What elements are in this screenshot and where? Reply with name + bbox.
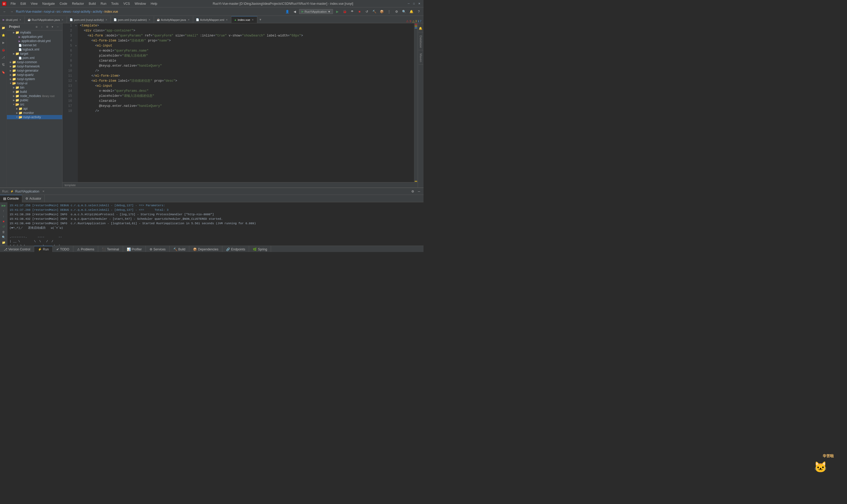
clear-console-button[interactable]: 🗑 [1, 230, 6, 234]
run-app-close[interactable]: ✕ [42, 190, 45, 193]
tab-pom-activity-close[interactable]: ✕ [105, 18, 108, 21]
run-close-panel-button[interactable]: ─ [417, 189, 421, 194]
breadcrumb-src[interactable]: src [56, 10, 60, 14]
scroll-down-button[interactable]: ↓ [1, 214, 6, 218]
tree-item-mybatis[interactable]: ▶ 📁 mybatis [7, 31, 62, 35]
help-icon-button[interactable]: ? [416, 8, 422, 15]
run-settings-button[interactable]: ⚙ [410, 189, 415, 194]
nav-endpoints[interactable]: 🔗 Endpoints [222, 246, 249, 252]
tree-item-node-modules[interactable]: ▶ 📁 node_modules library root [7, 94, 62, 98]
tab-pom-activity[interactable]: 📄 pom.xml (ruoyi-activity) ✕ [67, 16, 111, 23]
tree-item-framework[interactable]: ▶ 📁 ruoyi-framework [7, 64, 62, 69]
bookmark-icon[interactable]: 🔖 [1, 69, 6, 75]
scroll-up-button[interactable]: ↑ [1, 209, 6, 213]
favorites-icon[interactable]: ⭐ [1, 32, 6, 38]
database-panel[interactable]: Database [418, 33, 423, 50]
tab-activity-mapper[interactable]: ☕ ActivityMapper.java ✕ [154, 16, 193, 23]
fold-button[interactable]: 📁 [1, 240, 6, 245]
menu-run[interactable]: Run [99, 1, 108, 6]
tree-item-src[interactable]: ▼ 📂 src [7, 102, 62, 107]
nav-build[interactable]: 🔨 Build [170, 246, 190, 252]
build-artifacts-button[interactable]: 📦 [379, 8, 385, 15]
tab-druid[interactable]: ▶ druid.yml ✕ [0, 16, 25, 23]
structure-icon[interactable]: 🏗 [1, 62, 6, 68]
code-content[interactable]: <template> <div class="app-container"> <… [78, 23, 414, 182]
breadcrumb-actdir[interactable]: activity [93, 10, 102, 14]
tree-item-bin[interactable]: ▶ 📁 bin [7, 85, 62, 90]
menu-tools[interactable]: Tools [109, 1, 121, 6]
menu-file[interactable]: File [8, 1, 18, 6]
tab-pom-admin[interactable]: 📄 pom.xml (ruoyi-admin) ✕ [111, 16, 154, 23]
tree-item-api[interactable]: ▶ 📁 api [7, 107, 62, 111]
forward-button[interactable]: → [9, 9, 15, 14]
more-tabs-button[interactable]: ▼ [257, 18, 263, 21]
build-button[interactable]: 🔨 [371, 8, 377, 15]
maven-panel[interactable]: Maven [418, 51, 423, 65]
nav-run[interactable]: ⚡ Run [34, 246, 53, 252]
search-button[interactable]: 🔍 [401, 8, 407, 15]
breadcrumb-file[interactable]: index.vue [105, 10, 118, 14]
filter-button[interactable]: 🔍 [1, 235, 6, 239]
tree-item-ui[interactable]: ▼ 📂 ruoyi-ui [7, 81, 62, 85]
tree-item-banner[interactable]: 📄 banner.txt [7, 43, 62, 47]
restart-button[interactable]: ▶▶ [1, 203, 6, 208]
tree-item-quartz[interactable]: ▶ 📁 ruoyi-quartz [7, 73, 62, 77]
nav-problems[interactable]: ⚠ Problems [73, 246, 99, 252]
menu-edit[interactable]: Edit [18, 1, 28, 6]
menu-code[interactable]: Code [57, 1, 69, 6]
tab-activity-mapper-xml[interactable]: 📄 ActivityMapper.xml ✕ [193, 16, 231, 23]
breadcrumb-activity[interactable]: ruoyi-activity [73, 10, 90, 14]
breadcrumb-project[interactable]: RuoYi-Vue-master [16, 10, 42, 14]
sidebar-gear[interactable]: ▼ [50, 24, 55, 29]
menu-window[interactable]: Window [133, 1, 148, 6]
notifications-button[interactable]: 🔔 [408, 8, 415, 15]
profile-button[interactable]: 👤 [284, 8, 291, 15]
reload-button[interactable]: ↺ [364, 8, 370, 15]
nav-spring[interactable]: 🌿 Spring [249, 246, 271, 252]
tree-item-target[interactable]: ▶ 📁 target [7, 52, 62, 56]
tree-item-app-druid[interactable]: ▶ application-druid.yml [7, 39, 62, 43]
debug-button[interactable]: 🐞 [342, 8, 348, 15]
project-panel-icon[interactable]: 📁 [1, 25, 6, 31]
nav-dependencies[interactable]: 📦 Dependencies [189, 246, 222, 252]
sidebar-hide[interactable]: ─ [55, 24, 60, 29]
back-button[interactable]: ← [2, 9, 8, 14]
nav-profiler[interactable]: 📊 Profiler [123, 246, 146, 252]
run-config-selector[interactable]: ▶ RuoYiApplication ▼ [299, 9, 333, 14]
tree-item-generator[interactable]: ▶ 📁 ruoyi-generator [7, 69, 62, 73]
git-icon[interactable]: ⎇ [1, 54, 6, 60]
menu-help[interactable]: Help [149, 1, 159, 6]
search-back-button[interactable]: ◀ [292, 8, 298, 15]
fold-line5[interactable]: ▼ [75, 43, 77, 48]
maximize-button[interactable]: □ [412, 2, 416, 6]
tree-item-ruoyi-activity[interactable]: ▼ 📂 ruoyi-activity [7, 115, 62, 119]
menu-build[interactable]: Build [87, 1, 98, 6]
debug-dash-icon[interactable]: 🐞 [1, 47, 6, 53]
stop-run-button[interactable]: ■ [1, 219, 6, 223]
tree-item-monitor[interactable]: ▶ 📁 monitor [7, 111, 62, 115]
run-button[interactable]: ▶ [334, 8, 340, 15]
editor-content[interactable]: 12345 678910 1112131415 161718 ▼ ▼ ▼ [63, 23, 418, 182]
console-tab[interactable]: ▤ Console [0, 195, 22, 202]
tab-pom-admin-close[interactable]: ✕ [148, 18, 151, 21]
tab-activity-mapper-xml-close[interactable]: ✕ [225, 18, 228, 21]
nav-terminal[interactable]: ⬛ Terminal [98, 246, 123, 252]
tree-item-build[interactable]: ▶ 📁 build [7, 90, 62, 94]
nav-version-control[interactable]: ⎇ Version Control [0, 246, 34, 252]
menu-refactor[interactable]: Refactor [70, 1, 86, 6]
more-actions-button[interactable]: ⋮ [386, 8, 392, 15]
tab-ruoyi-app-close[interactable]: ✕ [61, 18, 64, 21]
menu-view[interactable]: View [29, 1, 40, 6]
sidebar-collapse-all[interactable]: ↕ [39, 24, 44, 29]
sidebar-localize-button[interactable]: ⊕ [34, 24, 39, 29]
stop-button[interactable]: ■ [356, 8, 363, 15]
menu-vcs[interactable]: VCS [121, 1, 132, 6]
tab-index-vue-close[interactable]: ✕ [251, 18, 254, 21]
actuator-tab[interactable]: ⚙ Actuator [22, 195, 45, 202]
tree-item-pom[interactable]: 📄 pom.xml [7, 56, 62, 60]
tab-activity-mapper-close[interactable]: ✕ [187, 18, 190, 21]
tree-item-app-yml[interactable]: ▶ application.yml [7, 35, 62, 39]
nav-services[interactable]: ⚙ Services [146, 246, 170, 252]
minimize-button[interactable]: ─ [407, 2, 411, 6]
tree-item-common[interactable]: ▶ 📁 ruoyi-common [7, 60, 62, 64]
